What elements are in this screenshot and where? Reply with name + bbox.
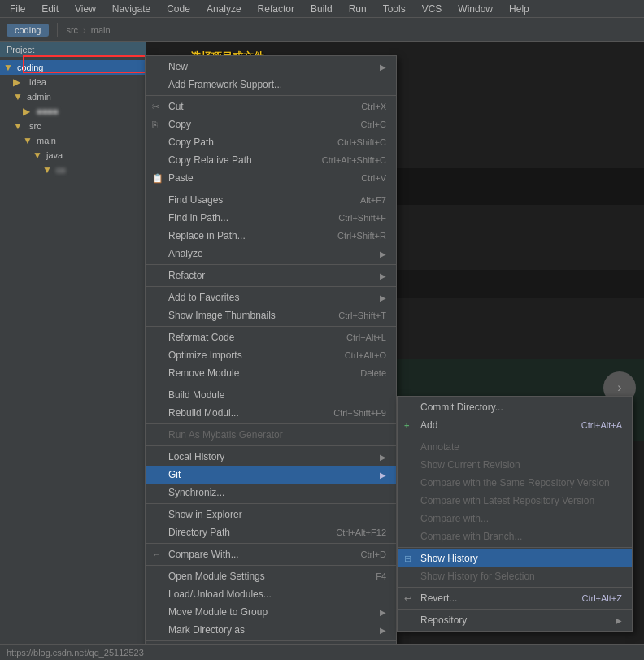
git-label-compare-latest: Compare with Latest Repository Version	[420, 495, 594, 506]
menu-window[interactable]: Window	[455, 2, 496, 16]
tree-item-java[interactable]: ▼ java	[0, 148, 146, 163]
replace-path-shortcut: Ctrl+Shift+R	[337, 231, 386, 241]
git-label-annotate: Annotate	[420, 441, 459, 453]
menu-item-paste[interactable]: 📋 Paste Ctrl+V	[146, 169, 396, 187]
menu-item-build-module[interactable]: Build Module	[146, 386, 396, 404]
git-compare-latest: Compare with Latest Repository Version	[398, 492, 632, 510]
menu-item-directory-path[interactable]: Directory Path Ctrl+Alt+F12	[146, 523, 396, 541]
menu-item-new[interactable]: New ▶	[146, 58, 396, 76]
separator-1	[146, 95, 396, 96]
tree-item-main[interactable]: ▼ main	[0, 133, 146, 148]
menu-code[interactable]: Code	[163, 2, 194, 16]
menu-edit[interactable]: Edit	[38, 2, 62, 16]
menu-item-copy-relative[interactable]: Copy Relative Path Ctrl+Alt+Shift+C	[146, 151, 396, 169]
folder-icon-java: ▼	[33, 150, 44, 161]
menu-tools[interactable]: Tools	[380, 2, 409, 16]
folder-icon-admin: ▼	[13, 91, 24, 102]
menu-label-find-usages: Find Usages	[168, 194, 223, 206]
menu-item-reformat[interactable]: Reformat Code Ctrl+Alt+L	[146, 328, 396, 346]
separator-12	[146, 640, 396, 641]
git-repository[interactable]: Repository ▶	[398, 611, 632, 629]
tree-item-coding[interactable]: ▼ coding	[0, 60, 146, 75]
menu-item-find-usages[interactable]: Find Usages Alt+F7	[146, 191, 396, 209]
menu-item-load-unload[interactable]: Load/Unload Modules...	[146, 585, 396, 603]
menu-item-compare[interactable]: ← Compare With... Ctrl+D	[146, 545, 396, 563]
panel-title: Project	[7, 45, 34, 54]
menu-item-synchronize[interactable]: Synchroniz...	[146, 484, 396, 502]
copy-icon: ⎘	[152, 119, 158, 129]
tree-area[interactable]: ▼ coding ▶ .idea ▼ admin ▶ ■■■■ ▼ .src ▼…	[0, 57, 146, 660]
menu-label-reformat: Reformat Code	[168, 332, 234, 343]
folder-icon-idea: ▶	[13, 76, 24, 88]
mark-directory-arrow-icon: ▶	[380, 626, 386, 635]
menu-item-thumbnails[interactable]: Show Image Thumbnails Ctrl+Shift+T	[146, 306, 396, 324]
menu-item-local-history[interactable]: Local History ▶	[146, 448, 396, 466]
git-arrow-icon: ▶	[380, 471, 386, 480]
tree-item-co[interactable]: ▼ co	[0, 163, 146, 177]
git-revert[interactable]: ↩ Revert... Ctrl+Alt+Z	[398, 589, 632, 607]
git-compare-same: Compare with the Same Repository Version	[398, 474, 632, 492]
menu-item-mark-directory[interactable]: Mark Directory as ▶	[146, 621, 396, 639]
menu-help[interactable]: Help	[506, 2, 533, 16]
menu-item-cut[interactable]: ✂ Cut Ctrl+X	[146, 98, 396, 115]
tree-label-main: main	[37, 136, 56, 145]
module-settings-shortcut: F4	[376, 571, 386, 581]
tree-item-src[interactable]: ▼ .src	[0, 119, 146, 133]
menu-item-git[interactable]: Git ▶	[146, 466, 396, 484]
find-usages-shortcut: Alt+F7	[360, 195, 386, 205]
menu-item-copy-path[interactable]: Copy Path Ctrl+Shift+C	[146, 133, 396, 151]
git-add[interactable]: + Add Ctrl+Alt+A	[398, 416, 632, 434]
git-sep-2	[398, 547, 632, 548]
menu-item-module-settings[interactable]: Open Module Settings F4	[146, 567, 396, 585]
folder-icon-main: ▼	[23, 135, 34, 146]
menu-item-rebuild[interactable]: Rebuild Modul... Ctrl+Shift+F9	[146, 404, 396, 422]
menu-item-remove-module[interactable]: Remove Module Delete	[146, 364, 396, 382]
separator-8	[146, 445, 396, 446]
menu-item-find-path[interactable]: Find in Path... Ctrl+Shift+F	[146, 209, 396, 227]
menu-vcs[interactable]: VCS	[419, 2, 446, 16]
tree-label-folder1: ■■■■	[37, 106, 59, 116]
menu-item-replace-path[interactable]: Replace in Path... Ctrl+Shift+R	[146, 227, 396, 245]
menu-label-build-module: Build Module	[168, 389, 224, 401]
menu-navigate[interactable]: Navigate	[109, 2, 154, 16]
menu-item-copy[interactable]: ⎘ Copy Ctrl+C	[146, 115, 396, 133]
menu-view[interactable]: View	[72, 2, 99, 16]
menu-item-analyze[interactable]: Analyze ▶	[146, 245, 396, 263]
menu-label-compare: Compare With...	[168, 549, 239, 560]
menu-item-favorites[interactable]: Add to Favorites ▶	[146, 289, 396, 306]
menu-label-remove-module: Remove Module	[168, 367, 239, 379]
rebuild-shortcut: Ctrl+Shift+F9	[333, 408, 386, 418]
menu-item-optimize[interactable]: Optimize Imports Ctrl+Alt+O	[146, 346, 396, 364]
git-label-show-history-selection: Show History for Selection	[420, 571, 535, 582]
menu-build[interactable]: Build	[307, 2, 336, 16]
menu-run[interactable]: Run	[346, 2, 370, 16]
project-selector[interactable]: coding	[7, 24, 49, 37]
tree-item-folder1[interactable]: ▶ ■■■■	[0, 104, 146, 119]
menu-file[interactable]: File	[7, 2, 28, 16]
menu-item-framework[interactable]: Add Framework Support...	[146, 76, 396, 93]
menu-label-favorites: Add to Favorites	[168, 292, 239, 303]
menu-refactor[interactable]: Refactor	[255, 2, 298, 16]
menu-label-copy-relative: Copy Relative Path	[168, 154, 252, 166]
git-show-current: Show Current Revision	[398, 456, 632, 474]
menu-item-show-explorer[interactable]: Show in Explorer	[146, 506, 396, 523]
tree-item-admin[interactable]: ▼ admin	[0, 89, 146, 104]
repository-arrow-icon: ▶	[616, 616, 622, 625]
git-label-repository: Repository	[420, 614, 467, 626]
toolbar: coding src › main	[0, 18, 644, 42]
menu-item-move-group[interactable]: Move Module to Group ▶	[146, 603, 396, 621]
tree-item-idea[interactable]: ▶ .idea	[0, 75, 146, 89]
menu-label-thumbnails: Show Image Thumbnails	[168, 310, 276, 321]
remove-module-shortcut: Delete	[360, 368, 386, 378]
menu-label-new: New	[168, 61, 188, 72]
git-show-history[interactable]: ⊟ Show History	[398, 549, 632, 567]
git-label-add: Add	[420, 419, 437, 431]
compare-shortcut: Ctrl+D	[361, 549, 386, 559]
git-commit-directory[interactable]: Commit Directory...	[398, 398, 632, 416]
menu-item-refactor[interactable]: Refactor ▶	[146, 267, 396, 284]
copy-path-shortcut: Ctrl+Shift+C	[337, 137, 386, 147]
git-annotate: Annotate	[398, 438, 632, 456]
arrow-right-icon: ▶	[380, 63, 386, 72]
menu-analyze[interactable]: Analyze	[203, 2, 245, 16]
directory-path-shortcut: Ctrl+Alt+F12	[336, 528, 386, 537]
